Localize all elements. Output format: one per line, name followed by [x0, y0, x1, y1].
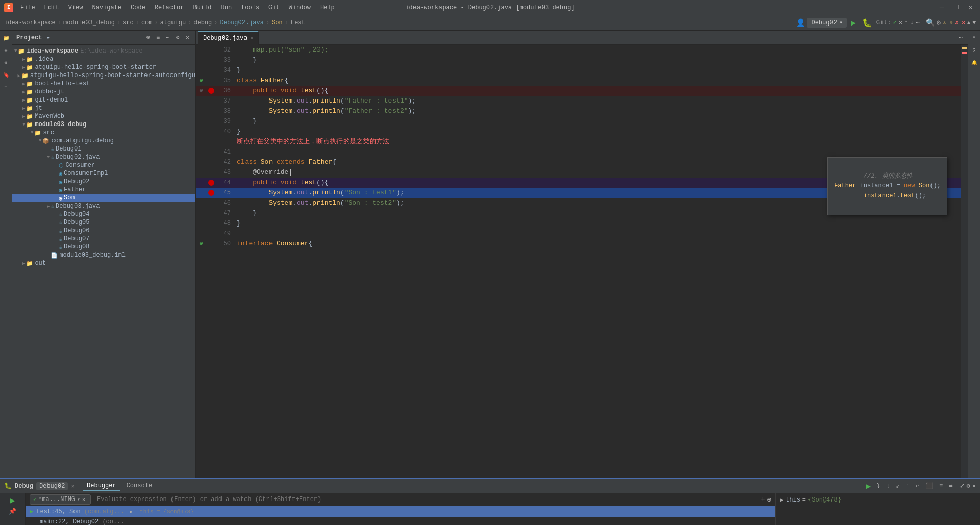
stop-button[interactable]: ⬛: [923, 481, 936, 491]
notifications-icon[interactable]: 🔔: [969, 57, 980, 68]
tree-debug04[interactable]: ▶ ☕ Debug04: [12, 210, 195, 218]
maximize-button[interactable]: □: [951, 2, 961, 13]
add-expression-button[interactable]: ⊕: [767, 495, 771, 504]
debug-play-button[interactable]: ▶: [10, 495, 15, 506]
settings-debug-button[interactable]: ⚙: [967, 482, 970, 490]
frame-item-test45[interactable]: ▶ test:45, Son (com.atg... ▶ this = {Son…: [26, 506, 775, 517]
code-editor[interactable]: 32 map.put("son" ,20); 33 } 34 }: [196, 45, 968, 478]
menu-item-code[interactable]: Code: [127, 3, 150, 12]
debug-pin-button[interactable]: 📌: [9, 508, 16, 515]
filter-icon[interactable]: ▾: [77, 496, 80, 503]
project-dropdown-icon[interactable]: ▾: [46, 34, 50, 42]
scroll-up[interactable]: ▲: [967, 20, 971, 26]
minimize-button[interactable]: ─: [937, 2, 947, 13]
tree-jt[interactable]: ▶ 📁 jt: [12, 104, 195, 112]
tree-git-demo[interactable]: ▶ 📁 git-demo1: [12, 96, 195, 104]
menu-item-refactor[interactable]: Refactor: [151, 3, 188, 12]
tree-debug02class[interactable]: ▶ ◉ Debug02: [12, 178, 195, 186]
settings-icon[interactable]: ⚙: [937, 18, 941, 27]
menu-item-view[interactable]: View: [64, 3, 87, 12]
maven-icon[interactable]: M: [969, 33, 980, 44]
frame-expand[interactable]: ▶: [130, 509, 133, 515]
pull-requests-icon[interactable]: ⇅: [1, 57, 12, 68]
mute-breakpoints-button[interactable]: ⇌: [946, 481, 955, 491]
tree-atguigu-auto[interactable]: ▶ 📁 atguigu-hello-spring-boot-starter-au…: [12, 71, 195, 80]
tab-close-button[interactable]: ✕: [250, 35, 253, 41]
search-icon[interactable]: 🔍: [926, 18, 935, 27]
breadcrumb-workspace[interactable]: idea-workspace: [4, 19, 56, 27]
run-config[interactable]: Debug02 ▾: [807, 18, 847, 28]
git-arrow[interactable]: ↑: [904, 19, 908, 27]
config-dropdown-icon[interactable]: ▾: [839, 19, 843, 27]
git-check[interactable]: ✓: [893, 19, 897, 27]
menu-item-window[interactable]: Window: [285, 3, 315, 12]
add-watch-button[interactable]: +: [761, 495, 765, 504]
debug-config-name[interactable]: Debug02: [36, 482, 68, 490]
git-x[interactable]: ✕: [899, 19, 902, 27]
view-breakpoints-button[interactable]: ≡: [937, 482, 945, 491]
breadcrumb-src[interactable]: src: [122, 19, 134, 27]
eval-expression-input[interactable]: [97, 496, 758, 503]
tree-debug07[interactable]: ▶ ☕ Debug07: [12, 235, 195, 243]
frame-item-main22[interactable]: main:22, Debug02 (co...: [26, 517, 775, 525]
menu-item-help[interactable]: Help: [316, 3, 339, 12]
step-out-button[interactable]: ↑: [903, 482, 912, 491]
dots-button[interactable]: ⋯: [164, 33, 172, 42]
tree-debug02java[interactable]: ▼ ☕ Debug02.java: [12, 153, 195, 161]
tree-consumerimpl[interactable]: ▶ ◉ ConsumerImpl: [12, 169, 195, 178]
tree-debug08[interactable]: ▶ ☕ Debug08: [12, 243, 195, 251]
scroll-down[interactable]: ▼: [972, 20, 976, 26]
close-panel-button[interactable]: ✕: [184, 33, 191, 42]
settings-button[interactable]: ⚙: [174, 33, 182, 42]
filter-clear-icon[interactable]: ✕: [82, 496, 85, 503]
tree-debug06[interactable]: ▶ ☕ Debug06: [12, 227, 195, 235]
close-button[interactable]: ✕: [966, 2, 976, 13]
git-arrow2[interactable]: ↓: [910, 19, 914, 27]
tab-more-button[interactable]: ⋯: [955, 34, 966, 42]
menu-item-edit[interactable]: Edit: [40, 3, 63, 12]
project-icon[interactable]: 📁: [1, 33, 12, 44]
tree-mavenweb[interactable]: ▶ 📁 MavenWeb: [12, 112, 195, 120]
menu-item-run[interactable]: Run: [216, 3, 236, 12]
tree-consumer[interactable]: ▶ ⬡ Consumer: [12, 161, 195, 169]
tree-package[interactable]: ▼ 📦 com.atguigu.debug: [12, 137, 195, 145]
menu-item-tools[interactable]: Tools: [237, 3, 263, 12]
tree-module03[interactable]: ▼ 📁 module03_debug: [12, 120, 195, 129]
breadcrumb-debug[interactable]: debug: [193, 19, 212, 27]
console-tab[interactable]: Console: [122, 481, 156, 491]
resume-button[interactable]: ▶: [864, 480, 874, 492]
errors-badge[interactable]: ✗ 3: [955, 19, 965, 26]
tree-father[interactable]: ▶ ◉ Father: [12, 186, 195, 194]
structure-icon[interactable]: ≡: [1, 82, 12, 93]
menu-item-build[interactable]: Build: [189, 3, 215, 12]
breadcrumb-module[interactable]: module03_debug: [63, 19, 115, 27]
gradle-icon[interactable]: G: [969, 45, 980, 56]
step-over-button[interactable]: ⤵: [874, 481, 883, 491]
menu-item-git[interactable]: Git: [264, 3, 284, 12]
tree-idea[interactable]: ▶ 📁 .idea: [12, 55, 195, 63]
menu-item-file[interactable]: File: [16, 3, 39, 12]
tree-debug03[interactable]: ▶ ☕ Debug03.java: [12, 202, 195, 210]
tree-son[interactable]: ▶ ◉ Son: [12, 194, 195, 202]
tree-debug05[interactable]: ▶ ☕ Debug05: [12, 218, 195, 227]
debug-tab-close[interactable]: ✕: [71, 483, 75, 489]
expand-debug-button[interactable]: ⤢: [960, 482, 965, 490]
menu-item-navigate[interactable]: Navigate: [88, 3, 126, 12]
debugger-tab[interactable]: Debugger: [83, 481, 120, 491]
git-more[interactable]: ⋯: [916, 19, 919, 27]
tree-src[interactable]: ▼ 📁 src: [12, 129, 195, 137]
warnings-badge[interactable]: ⚠ 9: [943, 19, 953, 26]
breadcrumb-test[interactable]: test: [290, 19, 305, 27]
commit-icon[interactable]: ⊕: [1, 45, 12, 56]
tree-debug01[interactable]: ▶ ☕ Debug01: [12, 145, 195, 153]
tree-boot[interactable]: ▶ 📁 boot-hello-test: [12, 80, 195, 88]
run-button[interactable]: ▶: [849, 18, 858, 28]
profile-icon[interactable]: 👤: [796, 18, 805, 27]
tree-atguigu-starter[interactable]: ▶ 📁 atguigu-hello-spring-boot-starter: [12, 63, 195, 71]
breadcrumb-com[interactable]: com: [141, 19, 153, 27]
force-step-into-button[interactable]: ↙: [893, 481, 902, 491]
debug-button[interactable]: 🐛: [860, 18, 874, 28]
breadcrumb-atguigu[interactable]: atguigu: [160, 19, 186, 27]
step-into-button[interactable]: ↓: [884, 482, 892, 491]
var-expand-icon[interactable]: ▶: [780, 497, 783, 503]
